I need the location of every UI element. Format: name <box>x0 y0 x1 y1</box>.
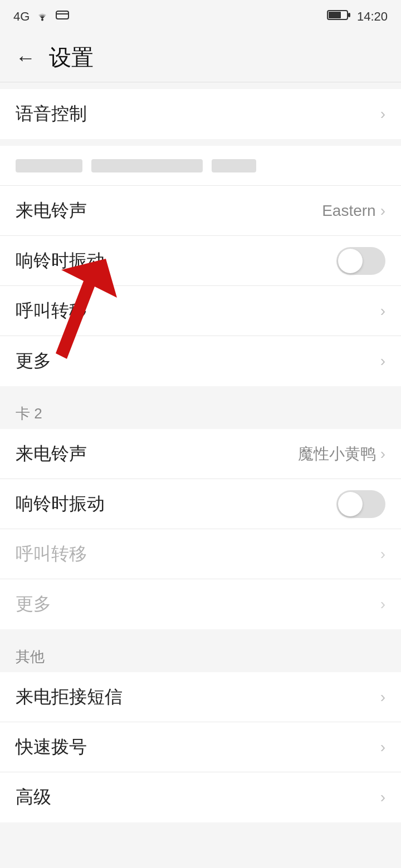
row-label-card1-forward: 呼叫转移 <box>16 299 87 323</box>
toggle-knob-card1-vibrate <box>338 249 363 273</box>
svg-rect-4 <box>329 12 341 18</box>
row-card1-vibrate[interactable]: 响铃时振动 <box>0 236 401 286</box>
toggle-card1-vibrate[interactable] <box>336 247 385 275</box>
section-label-card2: 卡 2 <box>0 393 401 429</box>
notification-icon <box>55 9 70 24</box>
section-voice: 语音控制 › <box>0 89 401 139</box>
svg-rect-1 <box>56 11 69 19</box>
row-label-reject-sms: 来电拒接短信 <box>16 685 123 709</box>
ringtone-value-card1: Eastern <box>322 202 376 220</box>
page-title: 设置 <box>49 42 94 73</box>
row-quick-dial[interactable]: 快速拨号 › <box>0 722 401 772</box>
section-card2: 卡 2 来电铃声 魔性小黄鸭 › 响铃时振动 呼叫转移 › 更多 <box>0 393 401 629</box>
row-right-card1-vibrate <box>336 247 385 275</box>
row-card1-ringtone[interactable]: 来电铃声 Eastern › <box>0 186 401 236</box>
time-display: 14:20 <box>357 9 388 24</box>
row-right-voice-control: › <box>380 105 385 123</box>
section-label-other: 其他 <box>0 636 401 672</box>
signal-icon: 4G <box>13 9 30 24</box>
row-label-quick-dial: 快速拨号 <box>16 735 87 760</box>
row-label-card2-ringtone: 来电铃声 <box>16 442 87 466</box>
row-card2-more: 更多 › <box>0 579 401 629</box>
status-bar: 4G 14:20 <box>0 0 401 33</box>
row-card1-forward[interactable]: 呼叫转移 › <box>0 286 401 336</box>
row-label-card1-vibrate: 响铃时振动 <box>16 249 105 273</box>
row-right-card1-ringtone: Eastern › <box>322 202 385 220</box>
row-card2-forward: 呼叫转移 › <box>0 529 401 579</box>
blurred-content <box>16 159 256 172</box>
row-right-card2-vibrate <box>336 490 385 518</box>
battery-icon <box>327 9 351 24</box>
row-right-card2-ringtone: 魔性小黄鸭 › <box>298 443 385 465</box>
row-card1-more[interactable]: 更多 › <box>0 336 401 386</box>
blurred-row <box>0 146 401 186</box>
blur-block-2 <box>91 159 203 172</box>
blur-block-1 <box>16 159 82 172</box>
blur-block-3 <box>212 159 256 172</box>
row-advanced[interactable]: 高级 › <box>0 772 401 822</box>
row-label-card2-forward: 呼叫转移 <box>16 542 87 566</box>
row-label-card2-more: 更多 <box>16 592 51 617</box>
toggle-card2-vibrate[interactable] <box>336 490 385 518</box>
chevron-icon-advanced: › <box>380 788 385 806</box>
chevron-icon-card2-ringtone: › <box>380 445 385 463</box>
chevron-icon-card1-ringtone: › <box>380 202 385 220</box>
row-label-card1-more: 更多 <box>16 349 51 373</box>
row-right-card1-forward: › <box>380 302 385 320</box>
chevron-icon-quick-dial: › <box>380 738 385 756</box>
ringtone-value-card2: 魔性小黄鸭 <box>298 443 376 465</box>
section-other: 其他 来电拒接短信 › 快速拨号 › 高级 › <box>0 636 401 822</box>
svg-point-0 <box>41 19 43 21</box>
row-right-advanced: › <box>380 788 385 806</box>
chevron-icon-card1-more: › <box>380 352 385 370</box>
row-label-advanced: 高级 <box>16 785 51 810</box>
row-right-quick-dial: › <box>380 738 385 756</box>
row-card2-ringtone[interactable]: 来电铃声 魔性小黄鸭 › <box>0 429 401 479</box>
row-reject-sms[interactable]: 来电拒接短信 › <box>0 672 401 722</box>
row-card2-vibrate[interactable]: 响铃时振动 <box>0 479 401 529</box>
row-right-reject-sms: › <box>380 688 385 706</box>
row-right-card1-more: › <box>380 352 385 370</box>
wifi-icon <box>34 9 51 24</box>
chevron-icon-card2-more: › <box>380 595 385 613</box>
status-right: 14:20 <box>327 9 388 24</box>
row-label-voice-control: 语音控制 <box>16 102 87 126</box>
row-label-card1-ringtone: 来电铃声 <box>16 199 87 223</box>
svg-rect-5 <box>348 13 350 17</box>
row-right-card2-more: › <box>380 595 385 613</box>
settings-header: ← 设置 <box>0 33 401 82</box>
row-right-card2-forward: › <box>380 545 385 563</box>
row-voice-control[interactable]: 语音控制 › <box>0 89 401 139</box>
chevron-icon-reject-sms: › <box>380 688 385 706</box>
status-left: 4G <box>13 9 70 24</box>
back-button[interactable]: ← <box>16 46 36 70</box>
section-card1: 来电铃声 Eastern › 响铃时振动 呼叫转移 › 更多 › <box>0 146 401 386</box>
row-label-card2-vibrate: 响铃时振动 <box>16 492 105 516</box>
chevron-icon-card2-forward: › <box>380 545 385 563</box>
chevron-icon-card1-forward: › <box>380 302 385 320</box>
chevron-icon-voice: › <box>380 105 385 123</box>
toggle-knob-card2-vibrate <box>338 492 363 516</box>
